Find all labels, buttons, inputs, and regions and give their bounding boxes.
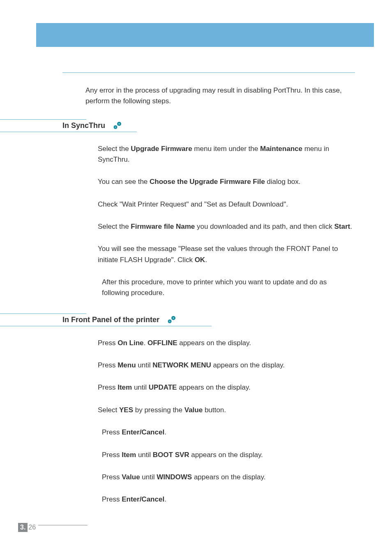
page-content: Any error in the process of upgrading ma… — [0, 47, 392, 505]
link-icon[interactable] — [113, 121, 122, 130]
step: Press On Line. OFFLINE appears on the di… — [98, 338, 355, 348]
heading-text: In Front Panel of the printer — [62, 316, 159, 324]
step: You will see the message "Please set the… — [98, 244, 355, 265]
step: Press Enter/Cancel. — [98, 494, 355, 505]
step: Check "Wait Printer Request" and "Set as… — [98, 199, 355, 210]
header-bar — [36, 23, 374, 47]
svg-point-1 — [115, 127, 116, 128]
divider — [62, 72, 355, 73]
section-heading-frontpanel: In Front Panel of the printer — [0, 313, 355, 326]
step: Press Value until WINDOWS appears on the… — [98, 472, 355, 483]
page-number: 3.26 — [18, 523, 88, 532]
step: Press Item until BOOT SVR appears on the… — [98, 450, 355, 460]
section-heading-syncthru: In SyncThru — [0, 119, 355, 132]
svg-point-7 — [173, 318, 174, 319]
svg-point-3 — [118, 123, 120, 124]
step: Select the Upgrade Firmware menu item un… — [98, 144, 355, 165]
step: Select the Firmware file Name you downlo… — [98, 221, 355, 232]
step: You can see the Choose the Upgrade Firmw… — [98, 176, 355, 187]
note-text: After this procedure, move to printer wh… — [85, 277, 355, 299]
page-sub-number: 26 — [28, 524, 36, 531]
step: Press Enter/Cancel. — [98, 427, 355, 438]
heading-text: In SyncThru — [62, 121, 105, 130]
link-icon[interactable] — [167, 316, 176, 324]
step: Select YES by pressing the Value button. — [98, 405, 355, 416]
svg-point-5 — [169, 321, 171, 322]
chapter-number: 3. — [18, 523, 28, 532]
frontpanel-steps: Press On Line. OFFLINE appears on the di… — [85, 338, 355, 505]
page-number-line — [38, 525, 88, 525]
syncthru-steps: Select the Upgrade Firmware menu item un… — [85, 144, 355, 265]
intro-paragraph: Any error in the process of upgrading ma… — [85, 85, 355, 107]
step: Press Item until UPDATE appears on the d… — [98, 382, 355, 393]
step: Press Menu until NETWORK MENU appears on… — [98, 360, 355, 371]
